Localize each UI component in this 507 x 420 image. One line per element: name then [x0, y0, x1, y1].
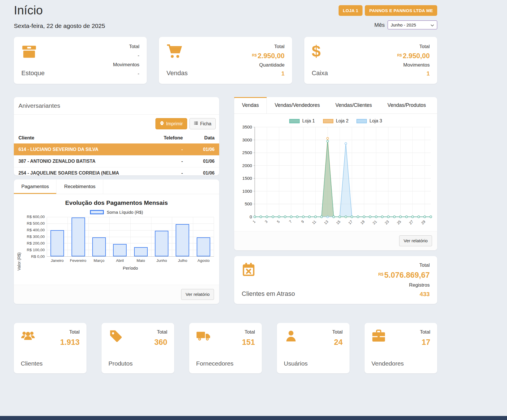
atraso-total-label: Total: [378, 262, 430, 268]
svg-text:1: 1: [252, 220, 256, 224]
bar-agosto: [197, 237, 210, 256]
store-badge[interactable]: LOJA 1: [339, 5, 363, 16]
vendas-card: Vendas Vendas/Vendedores Vendas/Clientes…: [234, 97, 437, 250]
bar-x-label: Maio: [130, 258, 151, 263]
bar-janeiro: [50, 230, 64, 256]
birthdays-table: Cliente Telefone Data 614 - LUCIANO SEVE…: [14, 133, 219, 175]
line-chart-legend: Loja 1 Loja 2 Loja 3: [234, 118, 437, 124]
pagamentos-card: Pagamentos Recebimentos Evolução dos Pag…: [14, 179, 219, 304]
stat-value: 151: [242, 338, 255, 347]
total-label: Total: [113, 44, 140, 50]
vendas-report-button[interactable]: Ver relatório: [399, 235, 432, 246]
atraso-label: Clientes em Atraso: [242, 290, 295, 298]
stat-card-clientes[interactable]: Clientes Total 1.913: [14, 323, 87, 373]
stat-card-estoque[interactable]: Estoque Total - Movimentos -: [14, 37, 147, 84]
vendas-tabs: Vendas Vendas/Vendedores Vendas/Clientes…: [234, 97, 437, 114]
bar-legend-swatch: [90, 210, 104, 214]
aniversariantes-card: Aniversariantes Imprimir Ficha: [14, 97, 219, 175]
svg-text:11: 11: [311, 220, 317, 225]
atraso-registros-value: 433: [378, 291, 430, 298]
bar-plot: [47, 217, 214, 257]
tag-icon: [108, 329, 123, 343]
badges: LOJA 1 PANNOS E PANNOS LTDA ME: [339, 5, 437, 16]
col-data: Data: [187, 133, 219, 144]
stat-value: 17: [420, 338, 430, 347]
top-stats-row: Estoque Total - Movimentos - Vendas Tota…: [14, 37, 437, 84]
bottom-stats-row: Clientes Total 1.913 Produtos Total 360: [14, 323, 437, 373]
dollar-icon: $: [312, 44, 327, 59]
bar-y-axis: R$ 600,00R$ 500,00R$ 400,00R$ 300,00R$ 2…: [22, 217, 47, 257]
stat-value: 24: [332, 338, 343, 347]
stat-card-caixa[interactable]: $ Caixa Total R$2.950,00 Movimentos 1: [304, 37, 437, 84]
pagamentos-report-button[interactable]: Ver relatório: [181, 289, 214, 300]
briefcase-icon: [371, 329, 386, 343]
bar-slots: [47, 217, 214, 256]
page-title: Início: [14, 3, 105, 17]
stat-value: 360: [154, 338, 167, 347]
bar-y-title: Valor (R$): [17, 217, 22, 270]
birthday-row[interactable]: 614 - LUCIANO SEVERINO DA SILVA - 01/06: [14, 144, 219, 156]
svg-text:2000: 2000: [242, 163, 252, 168]
svg-text:3: 3: [264, 220, 268, 224]
bar-x-label: Fevereiro: [68, 258, 89, 263]
svg-text:21: 21: [372, 220, 378, 226]
calendar-x-icon: [242, 262, 256, 277]
total-value: -: [113, 53, 140, 59]
stat-card-vendas[interactable]: Vendas Total R$2.950,00 Quantidade 1: [159, 37, 292, 84]
stat-value: 1.913: [60, 338, 80, 347]
tab-pagamentos[interactable]: Pagamentos: [14, 179, 57, 194]
svg-text:2500: 2500: [242, 150, 252, 155]
stat-label: Caixa: [312, 69, 328, 77]
tab-vendas-clientes[interactable]: Vendas/Clientes: [328, 97, 380, 113]
svg-text:17: 17: [348, 220, 354, 226]
stat-label: Fornecedores: [196, 360, 234, 367]
movimentos-value: 1: [397, 70, 430, 77]
page-header: Início Sexta-feira, 22 de agosto de 2025…: [14, 3, 437, 29]
print-button[interactable]: Imprimir: [155, 118, 187, 129]
list-icon: [194, 121, 198, 126]
legend-swatch-loja1: [289, 119, 300, 123]
stat-card-produtos[interactable]: Produtos Total 360: [102, 323, 174, 373]
bar-x-label: Julho: [172, 258, 193, 263]
stat-card-fornecedores[interactable]: Fornecedores Total 151: [189, 323, 262, 373]
stat-card-usuarios[interactable]: Usuários Total 24: [277, 323, 350, 373]
bar-x-label: Junho: [151, 258, 172, 263]
printer-icon: [160, 121, 164, 126]
tab-vendas-vendedores[interactable]: Vendas/Vendedores: [267, 97, 328, 113]
col-cliente: Cliente: [14, 133, 150, 144]
pagamentos-tabs: Pagamentos Recebimentos: [14, 179, 219, 194]
company-badge[interactable]: PANNOS E PANNOS LTDA ME: [365, 5, 437, 16]
quantidade-label: Quantidade: [252, 62, 285, 68]
svg-text:7: 7: [288, 220, 293, 224]
svg-text:0: 0: [250, 214, 252, 219]
tab-recebimentos[interactable]: Recebimentos: [57, 179, 103, 194]
aniversariantes-title: Aniversariantes: [14, 97, 219, 115]
svg-text:13: 13: [323, 220, 329, 226]
svg-text:9: 9: [300, 220, 305, 224]
movimentos-value: -: [113, 71, 140, 77]
birthday-row[interactable]: 254 - JAQUELINE SOARES CORREIA (NELMA - …: [14, 167, 219, 176]
month-select-value: Junho - 2025: [391, 22, 416, 27]
bar-legend-label: Soma Líquido (R$): [107, 210, 143, 215]
legend-loja3: Loja 3: [356, 118, 382, 124]
movimentos-label: Movimentos: [397, 62, 430, 68]
stat-card-vendedores[interactable]: Vendedores Total 17: [365, 323, 437, 373]
total-value: R$2.950,00: [252, 52, 285, 60]
clientes-atraso-card[interactable]: Clientes em Atraso Total R$5.076.869,67 …: [234, 256, 437, 304]
stat-label: Usuários: [284, 360, 308, 367]
stat-label: Produtos: [108, 360, 133, 367]
svg-text:3500: 3500: [242, 124, 252, 129]
legend-swatch-loja3: [356, 119, 367, 123]
birthday-row[interactable]: 387 - ANTONIO ZENALDO BATISTA - 01/06: [14, 156, 219, 167]
chevron-down-icon: [431, 22, 434, 27]
bar-x-labels: JaneiroFevereiroMarçoAbrilMaioJunhoJulho…: [47, 258, 214, 263]
atraso-registros-label: Registros: [378, 282, 430, 288]
svg-text:500: 500: [245, 201, 252, 206]
month-select[interactable]: Junho - 2025: [388, 20, 437, 29]
tab-vendas[interactable]: Vendas: [234, 97, 267, 113]
tab-vendas-produtos[interactable]: Vendas/Produtos: [380, 97, 434, 113]
bar-março: [92, 237, 106, 256]
bar-x-label: Abril: [110, 258, 131, 263]
ficha-button[interactable]: Ficha: [189, 118, 216, 129]
quantidade-value: 1: [252, 70, 285, 77]
